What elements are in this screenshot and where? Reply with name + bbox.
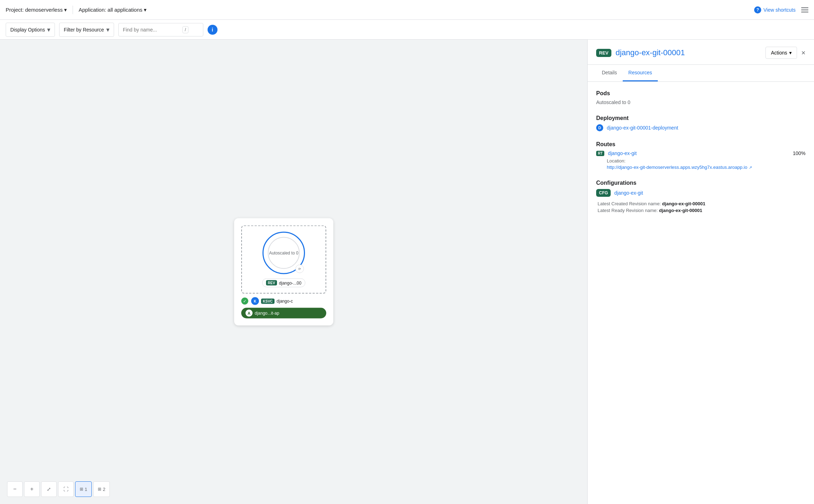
status-row: ✓ K KSVC django-c [241, 297, 326, 305]
view-shortcuts-label: View shortcuts [763, 7, 796, 13]
rev-badge-small: REV [266, 280, 277, 286]
zoom-out-icon: − [13, 486, 16, 492]
bottom-toolbar: − + ⤢ ⛶ ⊞ 1 ⊞ 2 [7, 481, 110, 497]
circle-inner: Autoscaled to 0 [268, 237, 300, 269]
panel-header-actions: Actions ▾ × [765, 47, 805, 59]
fullscreen-icon: ⛶ [63, 486, 68, 492]
panel-header: REV django-ex-git-00001 Actions ▾ × [588, 40, 814, 65]
d-badge: D [596, 124, 603, 131]
rt-badge: RT [596, 151, 604, 156]
pods-title: Pods [596, 90, 805, 97]
route-percentage: 100% [793, 150, 805, 156]
tab-resources[interactable]: Resources [623, 65, 658, 81]
fullscreen-button[interactable]: ⛶ [58, 481, 74, 497]
app-chevron-icon: ▾ [144, 7, 147, 13]
node-card: Autoscaled to 0 ⟳ REV django-...00 ✓ K K… [234, 218, 333, 326]
routes-section: Routes RT django-ex-git 100% Location: h… [596, 141, 805, 170]
detail-panel: REV django-ex-git-00001 Actions ▾ × Deta… [587, 40, 814, 504]
filter-by-resource-label: Filter by Resource [64, 27, 104, 33]
panel-content: Pods Autoscaled to 0 Deployment D django… [588, 82, 814, 504]
deployment-section: Deployment D django-ex-git-00001-deploym… [596, 115, 805, 131]
zoom-in-button[interactable]: + [24, 481, 40, 497]
location-url-link[interactable]: http://django-ex-git-demoserverless.apps… [607, 165, 747, 170]
circle-text: Autoscaled to 0 [269, 251, 299, 256]
actions-button[interactable]: Actions ▾ [765, 47, 797, 59]
reset-icon: ⤢ [47, 486, 51, 492]
zoom-in-icon: + [30, 486, 33, 492]
configurations-section: Configurations CFG django-ex-git Latest … [596, 180, 805, 213]
latest-created-label: Latest Created Revision name: [598, 201, 661, 206]
filter-by-resource-button[interactable]: Filter by Resource ▾ [59, 23, 114, 37]
node-inner: Autoscaled to 0 ⟳ REV django-...00 [241, 225, 326, 294]
circle-container: Autoscaled to 0 ⟳ [262, 232, 305, 274]
deployment-title: Deployment [596, 115, 805, 121]
node1-label: 1 [85, 487, 87, 492]
circle-outer: Autoscaled to 0 ⟳ [262, 232, 305, 274]
tab-details[interactable]: Details [596, 65, 623, 81]
node-label-row: REV django-...00 [262, 279, 305, 287]
git-icon: ⟳ [295, 265, 304, 273]
project-selector[interactable]: Project: demoserverless ▾ [6, 7, 67, 13]
application-selector[interactable]: Application: all applications ▾ [79, 7, 147, 13]
pods-subtitle: Autoscaled to 0 [596, 99, 805, 105]
configurations-title: Configurations [596, 180, 805, 186]
top-bar-right: ? View shortcuts [754, 6, 808, 13]
deployment-link[interactable]: django-ex-git-00001-deployment [607, 125, 678, 131]
close-icon: × [801, 49, 805, 57]
view-shortcuts-link[interactable]: ? View shortcuts [754, 6, 796, 13]
display-options-chevron-icon: ▾ [47, 26, 50, 34]
app-label: django...it-ap [255, 311, 279, 316]
ksvc-badge: KSVC [261, 298, 275, 304]
pods-section: Pods Autoscaled to 0 [596, 90, 805, 105]
node2-icon: ⊞ [98, 487, 101, 492]
toolbar: Display Options ▾ Filter by Resource ▾ /… [0, 20, 814, 40]
route-link[interactable]: django-ex-git [608, 150, 637, 156]
close-button[interactable]: × [801, 49, 805, 57]
project-chevron-icon: ▾ [64, 7, 67, 13]
reset-zoom-button[interactable]: ⤢ [41, 481, 57, 497]
location-label: Location: [607, 158, 805, 164]
routes-title: Routes [596, 141, 805, 148]
top-bar: Project: demoserverless ▾ Application: a… [0, 0, 814, 20]
node-label: django-...00 [279, 280, 301, 285]
a-badge: A [245, 310, 253, 317]
latest-ready-row: Latest Ready Revision name: django-ex-gi… [598, 208, 805, 213]
top-bar-left: Project: demoserverless ▾ Application: a… [6, 6, 147, 14]
filter-chevron-icon: ▾ [106, 26, 109, 34]
help-icon: ? [754, 6, 761, 13]
display-options-label: Display Options [10, 27, 45, 33]
actions-chevron-icon: ▾ [789, 50, 792, 56]
ksvc-label: django-c [277, 299, 293, 304]
node1-button[interactable]: ⊞ 1 [75, 481, 92, 497]
panel-title: django-ex-git-00001 [616, 48, 685, 57]
external-link-icon: ↗ [749, 165, 752, 170]
panel-tabs: Details Resources [588, 65, 814, 82]
slash-badge: / [182, 26, 188, 33]
node1-icon: ⊞ [80, 487, 83, 492]
search-input[interactable] [123, 27, 180, 33]
panel-title-row: REV django-ex-git-00001 [596, 48, 685, 57]
ksvc-row: K KSVC django-c [251, 297, 293, 305]
zoom-out-button[interactable]: − [7, 481, 23, 497]
menu-icon[interactable] [801, 7, 808, 12]
cfg-link[interactable]: django-ex-git [614, 190, 643, 196]
k-icon: K [251, 297, 259, 305]
top-bar-divider [73, 6, 73, 14]
search-box: / [118, 23, 203, 36]
main-layout: Autoscaled to 0 ⟳ REV django-...00 ✓ K K… [0, 40, 814, 504]
latest-created-value: django-ex-git-00001 [662, 201, 705, 206]
app-row: A django...it-ap [241, 308, 326, 319]
node2-label: 2 [103, 487, 105, 492]
canvas-area[interactable]: Autoscaled to 0 ⟳ REV django-...00 ✓ K K… [0, 40, 587, 504]
project-label: Project: demoserverless [6, 7, 63, 13]
deployment-row: D django-ex-git-00001-deployment [596, 124, 805, 131]
info-icon[interactable]: i [208, 25, 217, 35]
display-options-button[interactable]: Display Options ▾ [6, 23, 55, 37]
routes-row: RT django-ex-git 100% [596, 150, 805, 156]
rev-badge-large: REV [596, 49, 611, 57]
latest-created-row: Latest Created Revision name: django-ex-… [598, 201, 805, 206]
cfg-badge: CFG [596, 189, 611, 197]
location-url-row: http://django-ex-git-demoserverless.apps… [607, 164, 805, 170]
check-icon: ✓ [241, 298, 248, 305]
node2-button[interactable]: ⊞ 2 [93, 481, 110, 497]
